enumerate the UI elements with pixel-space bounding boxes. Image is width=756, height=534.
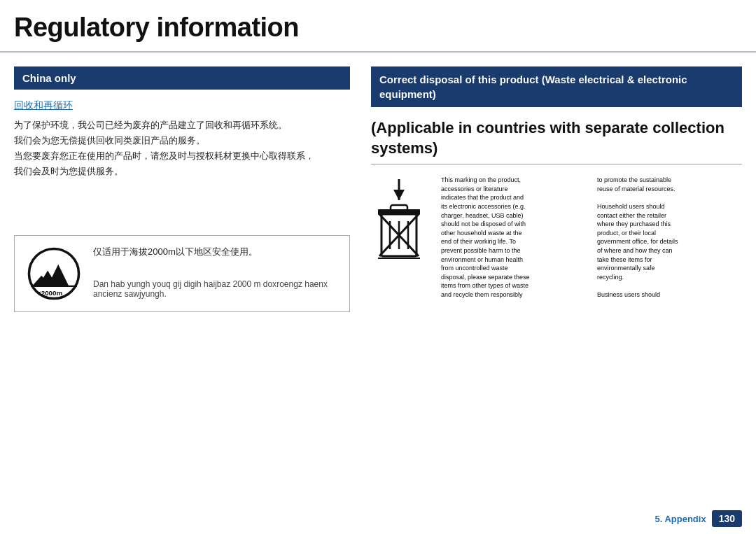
weee-text-line: disposal, please separate these [441, 273, 586, 282]
altitude-text-block: 仅适用于海拔2000m以下地区安全使用。 Dan hab yungh youq … [93, 246, 338, 299]
weee-text-line: and recycle them responsibly [441, 290, 586, 300]
weee-text-col2: to promote the sustainable reuse of mate… [597, 176, 742, 299]
weee-text-line: of where and how they can [597, 246, 742, 255]
page-header: Regulatory information [0, 0, 756, 52]
china-only-header: China only [14, 66, 350, 90]
weee-text-line: Business users should [597, 290, 742, 300]
svg-rect-8 [391, 205, 407, 211]
weee-symbol [371, 176, 427, 267]
altitude-chinese-note: 仅适用于海拔2000m以下地区安全使用。 [93, 246, 338, 258]
weee-symbol-area: This marking on the product, accessories… [371, 176, 742, 299]
appendix-label: 5. Appendix [654, 514, 706, 524]
weee-text-line: charger, headset, USB cable) [441, 211, 586, 220]
weee-header: Correct disposal of this product (Waste … [371, 66, 742, 107]
chinese-para1: 为了保护环境，我公司已经为废弃的产品建立了回收和再循环系统。 [14, 120, 287, 130]
weee-text-line: environment or human health [441, 255, 586, 265]
page-footer: 5. Appendix 130 [654, 510, 742, 527]
weee-text-line: accessories or literature [441, 185, 586, 194]
weee-text-line: recycling. [597, 273, 742, 282]
weee-text-line: from uncontrolled waste [441, 264, 586, 273]
applicable-title: (Applicable in countries with separate c… [371, 118, 742, 164]
weee-text-line [597, 193, 742, 202]
weee-text-line: indicates that the product and [441, 193, 586, 202]
weee-text-line: Household users should [597, 202, 742, 211]
weee-text-line: environmentally safe [597, 264, 742, 273]
left-column: China only 回收和再循环 为了保护环境，我公司已经为废弃的产品建立了回… [14, 66, 350, 312]
recycle-link[interactable]: 回收和再循环 [14, 99, 350, 112]
chinese-para2: 我们会为您无偿提供回收同类废旧产品的服务。 [14, 135, 205, 146]
weee-text-line: contact either the retailer [597, 211, 742, 220]
weee-text-line: reuse of material resources. [597, 185, 742, 194]
weee-text-line: take these items for [597, 255, 742, 265]
weee-text-line: product, or their local [597, 229, 742, 238]
weee-text-line: should not be disposed of with [441, 220, 586, 229]
svg-marker-14 [393, 190, 405, 200]
weee-text-col1: This marking on the product, accessories… [441, 176, 586, 299]
altitude-zhuang-note: Dan hab yungh youq gij digih haijbaz 200… [93, 279, 338, 299]
altitude-icon: <2000m [26, 246, 82, 302]
chinese-body-text: 为了保护环境，我公司已经为废弃的产品建立了回收和再循环系统。 我们会为您无偿提供… [14, 118, 350, 179]
weee-text-line: This marking on the product, [441, 176, 586, 185]
weee-text-line: its electronic accessories (e.g. [441, 202, 586, 211]
chinese-para4: 我们会及时为您提供服务。 [14, 166, 123, 176]
weee-text-line: end of their working life. To [441, 237, 586, 246]
page-title: Regulatory information [14, 13, 742, 43]
chinese-para3: 当您要废弃您正在使用的产品时，请您及时与授权耗材更换中心取得联系， [14, 150, 314, 161]
svg-text:<2000m: <2000m [37, 289, 62, 297]
weee-text-line: to promote the sustainable [597, 176, 742, 185]
weee-text-area: This marking on the product, accessories… [441, 176, 742, 299]
altitude-box: <2000m 仅适用于海拔2000m以下地区安全使用。 Dan hab yung… [14, 235, 350, 312]
weee-text-line [597, 281, 742, 290]
weee-text-line: other household waste at the [441, 229, 586, 238]
right-column: Correct disposal of this product (Waste … [371, 66, 742, 300]
svg-marker-2 [48, 265, 69, 286]
page-number: 130 [712, 510, 742, 527]
weee-text-line: prevent possible harm to the [441, 246, 586, 255]
weee-text-line: items from other types of waste [441, 281, 586, 290]
weee-text-line: government office, for details [597, 237, 742, 246]
weee-text-line: where they purchased this [597, 220, 742, 229]
content-area: China only 回收和再循环 为了保护环境，我公司已经为废弃的产品建立了回… [0, 52, 756, 326]
